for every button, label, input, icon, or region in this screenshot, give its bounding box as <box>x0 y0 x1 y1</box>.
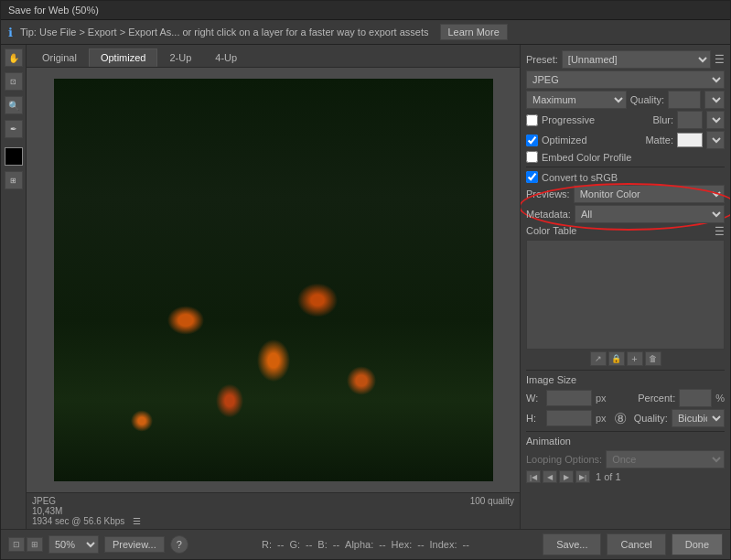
anim-next-frame-btn[interactable]: ▶| <box>575 470 590 483</box>
canvas-image <box>54 79 493 481</box>
alpha-label: Alpha: <box>345 539 373 550</box>
blur-stepper[interactable]: ▼ <box>706 111 725 129</box>
tabs-bar: Original Optimized 2-Up 4-Up <box>27 45 520 68</box>
matte-label: Matte: <box>645 135 673 145</box>
tab-4up[interactable]: 4-Up <box>203 48 249 67</box>
color-table-add-btn[interactable]: + <box>627 351 643 366</box>
width-input[interactable]: 3264 <box>546 390 592 406</box>
looping-options-label: Looping Options: <box>526 454 602 465</box>
learn-more-button[interactable]: Learn More <box>440 24 508 40</box>
previews-label: Previews: <box>526 188 570 199</box>
progressive-blur-row: Progressive Blur: 0 ▼ <box>526 111 725 129</box>
main-content: ✋ ⊡ 🔍 ✒ ⊞ Original Optimized 2-Up 4-Up <box>1 45 730 529</box>
anim-play-btn[interactable]: ▶ <box>559 470 574 483</box>
matte-color-preview[interactable] <box>677 133 703 147</box>
embed-checkbox-row: Embed Color Profile <box>526 151 631 163</box>
metadata-select[interactable]: All <box>575 205 725 223</box>
format-select[interactable]: JPEG <box>526 70 725 89</box>
optimized-checkbox[interactable] <box>526 135 538 146</box>
percent-input[interactable]: 100 <box>679 389 712 407</box>
image-size-label: Image Size <box>526 374 576 385</box>
cancel-button[interactable]: Cancel <box>607 533 665 555</box>
done-button[interactable]: Done <box>672 533 723 555</box>
convert-srgb-checkbox-row: Convert to sRGB <box>526 171 618 183</box>
quality-stepper[interactable]: ▼ <box>704 91 725 109</box>
convert-srgb-checkbox[interactable] <box>526 171 538 183</box>
quality-resample-label: Quality: <box>634 413 668 424</box>
color-table-delete-btn[interactable]: 🗑 <box>645 351 661 366</box>
height-label: H: <box>526 413 543 424</box>
preset-menu-icon[interactable]: ☰ <box>715 53 725 66</box>
animation-header-row: Animation <box>526 436 725 448</box>
quality-input[interactable]: 100 <box>668 91 701 109</box>
image-icon: ☰ <box>133 516 141 526</box>
grass-overlay <box>54 79 493 481</box>
embed-color-checkbox[interactable] <box>526 151 538 163</box>
preview-button[interactable]: Preview... <box>104 536 165 553</box>
slice-select-tool[interactable]: ⊡ <box>5 72 23 91</box>
image-quality-info: 100 quality <box>470 496 514 526</box>
image-size-header-row: Image Size <box>526 374 725 387</box>
tab-optimized[interactable]: Optimized <box>89 48 158 67</box>
right-panel-inner: Preset: [Unnamed] ☰ JPEG Maximum <box>526 50 725 483</box>
window-title: Save for Web (50%) <box>8 5 99 16</box>
anim-first-frame-btn[interactable]: |◀ <box>526 470 541 483</box>
progressive-label: Progressive <box>542 114 595 125</box>
b-value: -- <box>333 539 339 550</box>
animation-controls: |◀ ◀ ▶ ▶| 1 of 1 <box>526 470 725 483</box>
canvas-area: Original Optimized 2-Up 4-Up JPEG 10,43M… <box>27 45 520 529</box>
quality-label: Quality: <box>630 94 664 105</box>
embed-color-row: Embed Color Profile <box>526 151 725 163</box>
progressive-checkbox-row: Progressive <box>526 114 595 126</box>
optimized-matte-row: Optimized Matte: ▼ <box>526 131 725 149</box>
slice-icon-btn[interactable]: ⊡ <box>8 537 25 552</box>
blur-input[interactable]: 0 <box>677 111 703 129</box>
image-container <box>27 68 520 492</box>
preset-label: Preset: <box>526 54 558 65</box>
r-value: -- <box>277 539 284 550</box>
r-label: R: <box>262 539 272 550</box>
toggle-slices-btn[interactable]: ⊞ <box>27 537 43 552</box>
color-table-menu-icon[interactable]: ☰ <box>715 225 725 238</box>
width-row: W: 3264 px Percent: 100 % <box>526 389 725 407</box>
image-format: JPEG <box>32 496 56 506</box>
matte-stepper[interactable]: ▼ <box>706 131 725 149</box>
alpha-value: -- <box>379 539 385 550</box>
quality-resample-select[interactable]: Bicubic <box>672 409 725 427</box>
g-value: -- <box>306 539 312 550</box>
height-input[interactable]: 4896 <box>546 410 592 426</box>
hand-tool[interactable]: ✋ <box>5 48 23 67</box>
color-table-lock-btn[interactable]: 🔒 <box>608 351 625 366</box>
optimized-checkbox-row: Optimized <box>526 135 587 146</box>
color-table-toolbar: ↗ 🔒 + 🗑 <box>526 351 725 366</box>
foreground-color[interactable] <box>5 147 23 166</box>
tab-2up[interactable]: 2-Up <box>157 48 203 67</box>
zoom-tool[interactable]: 🔍 <box>5 96 23 114</box>
looping-select[interactable]: Once <box>606 450 725 468</box>
tab-original[interactable]: Original <box>30 48 89 67</box>
previews-select[interactable]: Monitor Color <box>574 185 725 203</box>
preset-select[interactable]: [Unnamed] <box>562 50 711 69</box>
index-label: Index: <box>430 539 457 550</box>
width-unit: px <box>596 393 607 404</box>
color-table-remap-btn[interactable]: ↗ <box>590 351 607 366</box>
format-row: JPEG <box>526 70 725 89</box>
toggle-slices[interactable]: ⊞ <box>5 171 23 189</box>
hex-label: Hex: <box>392 539 413 550</box>
link-dimensions-icon[interactable]: ⑧ <box>610 410 630 427</box>
compression-select[interactable]: Maximum <box>526 91 627 109</box>
anim-prev-frame-btn[interactable]: ◀ <box>543 470 557 483</box>
progressive-checkbox[interactable] <box>526 114 538 126</box>
save-button[interactable]: Save... <box>543 533 601 555</box>
help-button[interactable]: ? <box>170 535 188 554</box>
bottom-left-controls: ⊡ ⊞ 50% Preview... ? <box>8 535 188 554</box>
bottom-right-actions: Save... Cancel Done <box>543 533 723 555</box>
zoom-select[interactable]: 50% <box>48 535 99 554</box>
bottom-bar: ⊡ ⊞ 50% Preview... ? R: -- G: -- B: -- A… <box>1 529 730 559</box>
preset-row: Preset: [Unnamed] ☰ <box>526 50 725 69</box>
height-row: H: 4896 px ⑧ Quality: Bicubic <box>526 409 725 427</box>
animation-section: Animation Looping Options: Once |◀ ◀ ▶ ▶… <box>526 436 725 483</box>
metadata-row: Metadata: All <box>526 205 725 223</box>
convert-srgb-row: Convert to sRGB <box>526 171 725 183</box>
eyedropper-tool[interactable]: ✒ <box>5 120 23 138</box>
